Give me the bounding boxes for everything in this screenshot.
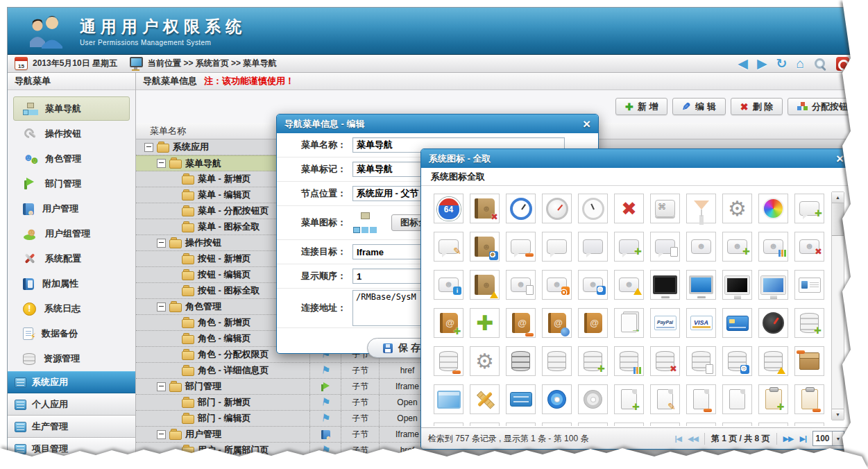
sidebar-item[interactable]: 菜单导航 bbox=[13, 96, 130, 121]
accordion-section[interactable]: 个人应用 bbox=[8, 393, 135, 416]
tree-collapse-toggle[interactable] bbox=[144, 143, 153, 152]
sidebar-item[interactable]: 操作按钮 bbox=[13, 121, 130, 146]
icon-cell[interactable] bbox=[758, 308, 788, 338]
icon-cell[interactable] bbox=[650, 232, 680, 262]
icon-cell[interactable] bbox=[614, 346, 644, 376]
icon-cell[interactable] bbox=[542, 308, 572, 338]
first-page-button[interactable]: |◀ bbox=[674, 434, 681, 443]
icon-cell[interactable] bbox=[722, 270, 752, 300]
last-page-button[interactable]: ▶| bbox=[799, 434, 806, 443]
scrollbar-thumb[interactable] bbox=[832, 203, 844, 236]
icon-cell[interactable] bbox=[722, 384, 752, 414]
icon-cell[interactable] bbox=[794, 308, 824, 338]
nav-icon[interactable] bbox=[836, 57, 849, 71]
icon-cell[interactable] bbox=[506, 270, 536, 300]
icon-cell[interactable] bbox=[470, 270, 500, 300]
accordion-section[interactable]: 生产管理 bbox=[8, 416, 135, 438]
icon-cell[interactable] bbox=[758, 384, 788, 414]
action-button[interactable]: 分配按钮 bbox=[788, 98, 858, 115]
close-icon[interactable]: × bbox=[836, 152, 844, 165]
icon-cell[interactable] bbox=[506, 384, 536, 414]
icon-cell[interactable] bbox=[542, 194, 572, 223]
icon-cell[interactable] bbox=[506, 232, 536, 262]
icon-cell[interactable] bbox=[794, 384, 824, 414]
sidebar-item[interactable]: 系统配置 bbox=[13, 246, 130, 271]
prev-page-button[interactable]: ◀◀ bbox=[688, 434, 698, 443]
sidebar-item[interactable]: 部门管理 bbox=[13, 171, 130, 196]
icon-cell[interactable] bbox=[578, 423, 608, 426]
action-button[interactable]: 编 辑 bbox=[672, 98, 725, 115]
sidebar-item[interactable]: 资源管理 bbox=[13, 346, 130, 370]
icon-cell[interactable] bbox=[686, 346, 716, 376]
tree-collapse-toggle[interactable] bbox=[157, 159, 166, 168]
icon-cell[interactable] bbox=[722, 232, 752, 262]
sidebar-item[interactable]: 数据备份 bbox=[13, 321, 130, 346]
icon-cell[interactable] bbox=[650, 194, 680, 223]
icon-cell[interactable] bbox=[686, 423, 716, 426]
icon-cell[interactable] bbox=[434, 346, 463, 376]
action-button[interactable]: 删 除 bbox=[731, 98, 783, 115]
nav-icon[interactable]: ⌂ bbox=[797, 57, 804, 70]
icon-cell[interactable] bbox=[722, 308, 752, 338]
scroll-up-icon[interactable]: ▲ bbox=[832, 192, 844, 203]
icon-cell[interactable] bbox=[542, 270, 572, 300]
icon-cell[interactable] bbox=[434, 308, 463, 338]
icon-cell[interactable] bbox=[794, 346, 824, 376]
icon-cell[interactable] bbox=[686, 232, 716, 262]
icon-cell[interactable] bbox=[614, 270, 644, 300]
icon-cell[interactable] bbox=[650, 308, 680, 338]
icon-cell[interactable] bbox=[614, 194, 644, 223]
icon-cell[interactable] bbox=[686, 270, 716, 300]
icon-cell[interactable] bbox=[758, 423, 788, 426]
sidebar-item[interactable]: 用户管理 bbox=[13, 196, 130, 221]
page-size-select[interactable]: 100 ▼ bbox=[812, 431, 844, 446]
icon-cell[interactable] bbox=[578, 270, 608, 300]
icon-cell[interactable] bbox=[434, 232, 463, 262]
icon-cell[interactable] bbox=[506, 194, 536, 223]
icon-cell[interactable] bbox=[614, 384, 644, 414]
icon-cell[interactable] bbox=[758, 194, 788, 223]
tree-collapse-toggle[interactable] bbox=[157, 430, 166, 439]
icon-cell[interactable] bbox=[578, 384, 608, 414]
icon-cell[interactable] bbox=[434, 270, 463, 300]
icon-cell[interactable] bbox=[470, 308, 500, 338]
icon-cell[interactable] bbox=[542, 232, 572, 262]
icon-cell[interactable] bbox=[722, 423, 752, 426]
icon-cell[interactable] bbox=[794, 270, 824, 300]
nav-icon[interactable]: ↻ bbox=[776, 57, 788, 70]
nav-icon[interactable]: ◀ bbox=[738, 57, 748, 70]
icon-cell[interactable] bbox=[578, 346, 608, 376]
icon-cell[interactable] bbox=[722, 346, 752, 376]
accordion-section[interactable]: 系统应用 bbox=[8, 371, 135, 393]
icon-cell[interactable] bbox=[686, 384, 716, 414]
icon-cell[interactable] bbox=[794, 194, 824, 223]
tree-collapse-toggle[interactable] bbox=[157, 382, 166, 391]
icon-cell[interactable] bbox=[614, 423, 644, 426]
sidebar-item[interactable]: 系统日志 bbox=[13, 296, 130, 321]
icon-cell[interactable] bbox=[542, 384, 572, 414]
icon-cell[interactable] bbox=[614, 308, 644, 338]
sidebar-item[interactable]: 附加属性 bbox=[13, 271, 130, 296]
icon-cell[interactable] bbox=[470, 384, 500, 414]
icon-cell[interactable] bbox=[542, 346, 572, 376]
icon-cell[interactable] bbox=[614, 232, 644, 262]
icon-cell[interactable] bbox=[506, 423, 536, 426]
nav-icon[interactable]: ▶ bbox=[757, 57, 767, 70]
icon-cell[interactable] bbox=[470, 423, 500, 426]
action-button[interactable]: 新 增 bbox=[615, 98, 667, 115]
scroll-down-icon[interactable]: ▼ bbox=[832, 409, 844, 420]
icon-cell[interactable] bbox=[434, 194, 463, 223]
nav-icon[interactable] bbox=[813, 57, 827, 71]
icon-cell[interactable] bbox=[506, 346, 536, 376]
vertical-scrollbar[interactable]: ▲ ▼ bbox=[831, 191, 844, 420]
icon-cell[interactable] bbox=[650, 346, 680, 376]
tree-collapse-toggle[interactable] bbox=[157, 239, 166, 248]
icon-cell[interactable] bbox=[434, 384, 463, 414]
icon-cell[interactable] bbox=[470, 346, 500, 376]
icon-cell[interactable] bbox=[434, 423, 463, 426]
sidebar-item[interactable]: 角色管理 bbox=[13, 146, 130, 171]
icon-cell[interactable] bbox=[758, 270, 788, 300]
icon-cell[interactable] bbox=[470, 194, 500, 223]
icon-cell[interactable] bbox=[650, 423, 680, 426]
icon-cell[interactable] bbox=[578, 232, 608, 262]
